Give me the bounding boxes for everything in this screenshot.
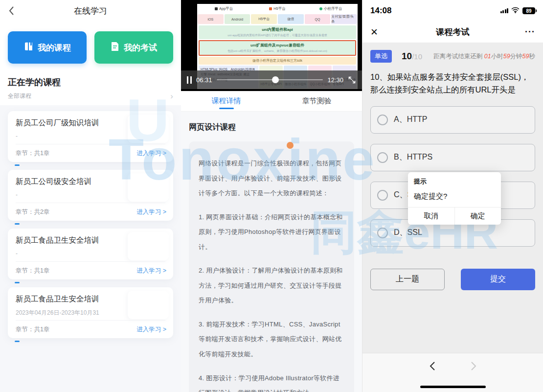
online-learning-page: 在线学习 我的课程 我的考试 正在学的课程 (0, 0, 181, 392)
slide-cell: QQ (305, 14, 331, 24)
status-bar: 14:08 89 (362, 0, 543, 22)
exam-actions: 上一题 提交 (362, 257, 543, 290)
course-card[interactable]: 新员工食品卫生安全培训 - 章节：共1章 进入学习 > (8, 229, 173, 279)
slide-band-title: uni内置组件和api (200, 27, 355, 32)
course-card-wrap: 新员工公司厂级知识培训 - 章节：共1章 进入学习 > (8, 111, 173, 166)
nav-back-icon[interactable] (428, 360, 438, 372)
fullscreen-icon[interactable] (348, 76, 356, 84)
my-exams-button[interactable]: 我的考试 (94, 31, 173, 64)
course-card-wrap: 新员工食品卫生安全培训 - 章节：共1章 进入学习 > (8, 229, 173, 283)
my-courses-label: 我的课程 (38, 42, 71, 53)
divider (16, 203, 165, 203)
my-courses-button[interactable]: 我的课程 (8, 31, 87, 64)
home-indicator[interactable] (420, 386, 486, 388)
option-b[interactable]: B、HTTPS (370, 144, 535, 171)
miniapp-platform-icon (319, 7, 322, 10)
option-label: D、SSL (394, 228, 422, 238)
page-title: 在线学习 (74, 5, 107, 17)
slide-cell: 微信 (278, 14, 304, 24)
exam-title: 课程考试 (436, 26, 470, 38)
status-time: 14:08 (370, 6, 391, 16)
slide-cell: Android (225, 14, 250, 24)
course-paragraph: 1. 网页界面设计基础：介绍网页设计的基本概念和原则，学习使用Photoshop… (199, 210, 344, 255)
course-thumbnail (128, 232, 169, 260)
nav-forward-icon[interactable] (468, 360, 478, 372)
course-card[interactable]: 新员工公司厂级知识培训 - 章节：共1章 进入学习 > (8, 111, 173, 162)
progress-bar (15, 341, 20, 342)
course-paragraph: 2. 用户体验设计：了解用户体验设计的基本原则和方法，学习如何通过用户研究、交互… (199, 263, 344, 308)
radio-icon[interactable] (377, 190, 388, 201)
course-chapters: 章节：共1章 (16, 149, 49, 158)
slide-band-title: uni扩展组件及mpvue兼容组件 (201, 43, 354, 48)
slide-text: 小程序平台 (324, 6, 342, 11)
option-a[interactable]: A、HTTP (370, 106, 535, 134)
course-chapters: 章节：共1章 (16, 267, 49, 275)
slide-band-sub: 包括uni-ui组件库扩展组件、ucharts、兼容微信小程序组件(ext.dc… (201, 49, 354, 53)
radio-icon[interactable] (377, 115, 388, 125)
enter-study-link[interactable]: 进入学习 > (136, 325, 166, 334)
course-thumbnail (128, 173, 169, 202)
close-icon[interactable]: ✕ (370, 26, 378, 38)
course-paragraph: 3. 前端开发技术：学习HTML、CSS、JavaScript等前端开发语言和技… (199, 317, 344, 362)
option-label: B、HTTPS (394, 152, 432, 162)
tab-course-detail[interactable]: 课程详情 (181, 91, 272, 111)
course-card[interactable]: 新员工公司级安全培训 - 章节：共2章 进入学习 > (8, 170, 173, 221)
current-time: 06:31 (196, 76, 212, 84)
question-progress: 10/10 (402, 51, 422, 62)
radio-icon[interactable] (377, 152, 388, 163)
dialog-cancel-button[interactable]: 取消 (408, 208, 455, 225)
video-player[interactable]: App平台 H5平台 小程序平台 iOS Android H5平台 微信 QQ … (181, 0, 362, 91)
browser-bottom-bar (362, 353, 543, 392)
back-icon[interactable] (7, 5, 17, 18)
my-exams-label: 我的考试 (124, 42, 157, 53)
enter-study-link[interactable]: 进入学习 > (136, 267, 166, 275)
dialog-title: 提示 (408, 172, 501, 187)
enter-study-link[interactable]: 进入学习 > (136, 149, 166, 158)
document-icon (111, 42, 119, 54)
detail-tabs: 课程详情 章节测验 (181, 91, 362, 112)
exam-timer: 距离考试结束还剩 01小时59分钟59秒 (433, 52, 535, 61)
chevron-right-icon[interactable]: › (170, 92, 173, 100)
video-progress-knob[interactable] (272, 76, 279, 83)
question-type-badge: 单选 (370, 50, 392, 63)
course-chapters: 章节：共2章 (16, 208, 49, 216)
previous-question-button[interactable]: 上一题 (370, 269, 445, 290)
quick-buttons: 我的课程 我的考试 (0, 22, 181, 64)
course-list: 新员工公司厂级知识培训 - 章节：共1章 进入学习 > 新员工公司级安全培训 - (0, 105, 181, 392)
course-card-wrap: 新员工食品卫生安全培训 2023年04月26日-2023年10月31 章节：共1… (8, 287, 173, 342)
course-thumbnail (128, 291, 169, 319)
course-description-box: 网络设计课程是一门综合性极强的课程，包括网页界面设计、用户体验设计、前端开发技术… (189, 141, 354, 392)
course-exam-page: 14:08 89 ✕ 课程考试 ··· 单选 10/10 距离考试结束还剩 01… (362, 0, 543, 392)
exam-nav-bar: ✕ 课程考试 ··· (362, 22, 543, 43)
dialog-confirm-button[interactable]: 确定 (455, 208, 501, 225)
course-card[interactable]: 新员工食品卫生安全培训 2023年04月26日-2023年10月31 章节：共1… (8, 287, 173, 338)
battery-icon: 89 (522, 7, 535, 14)
left-top-section: 在线学习 我的课程 我的考试 正在学的课程 (0, 0, 181, 105)
question-text: 10、如果站点服务器支持安全套接层(SSL)，那么连接到安全站点上的所有URL开… (362, 63, 543, 96)
slide-text: H5平台 (273, 6, 286, 11)
more-icon[interactable]: ··· (525, 27, 535, 37)
slide-text: App平台 (219, 6, 233, 11)
question-meta: 单选 10/10 距离考试结束还剩 01小时59分钟59秒 (362, 43, 543, 63)
question-index: 10 (402, 51, 412, 61)
tab-chapter-quiz[interactable]: 章节测验 (272, 91, 362, 111)
enter-study-link[interactable]: 进入学习 > (136, 208, 166, 216)
radio-icon[interactable] (377, 228, 388, 238)
cellular-signal-icon (500, 8, 509, 13)
slide-cell: iOS (198, 14, 224, 24)
section-header: 正在学的课程 全部课程 › (0, 64, 181, 100)
course-card-wrap: 新员工公司级安全培训 - 章节：共2章 进入学习 > (8, 170, 173, 225)
video-progress-track[interactable] (217, 79, 323, 80)
all-courses-link[interactable]: 全部课程 (8, 92, 31, 100)
progress-bar (15, 164, 20, 166)
slide-cell: 支付宝/百度/头条 (331, 14, 357, 24)
progress-bar (15, 282, 20, 283)
video-controls: 06:31 12:30 (181, 70, 362, 89)
progress-bar (15, 223, 20, 225)
pause-icon[interactable] (187, 76, 192, 84)
confirm-dialog: 提示 确定提交? 取消 确定 (408, 172, 501, 225)
divider (16, 144, 165, 144)
submit-button[interactable]: 提交 (461, 269, 535, 290)
dialog-message: 确定提交? (408, 187, 501, 207)
course-detail-page: App平台 H5平台 小程序平台 iOS Android H5平台 微信 QQ … (181, 0, 362, 392)
